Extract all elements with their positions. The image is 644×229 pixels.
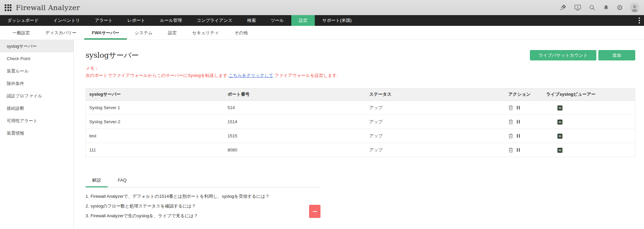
- collapse-help-button[interactable]: [309, 205, 320, 218]
- table-row: Syslog Server-2 1514 アップ 01: [86, 115, 635, 129]
- nav-item-inventory[interactable]: インベントリ: [46, 15, 88, 26]
- memo-note: メモ： 次のポートでファイアウォールからこのサーバーにSyslogを転送します.…: [86, 65, 635, 79]
- pause-icon[interactable]: [517, 106, 520, 109]
- subtab-security[interactable]: セキュリティ: [185, 26, 227, 40]
- table-header-row: syslogサーバー ポート番号 ステータス アクション ライブsyslogビュ…: [86, 88, 635, 101]
- faq-item-1[interactable]: 1. Firewall Analyzerで、デフォルトの1514番とは別ポートを…: [86, 193, 320, 199]
- cell-status: アップ: [366, 101, 505, 115]
- faq-item-3[interactable]: 3. Firewall Analyzerで生のsyslogを、ライブで見るには？: [86, 213, 320, 219]
- delete-trash-icon[interactable]: [508, 119, 513, 125]
- live-syslog-viewer-icon[interactable]: 01: [557, 120, 562, 125]
- help-tab-faq[interactable]: FAQ: [111, 173, 133, 187]
- subtab-settings[interactable]: 設定: [160, 26, 185, 40]
- click-here-link[interactable]: こちらをクリックして: [229, 73, 273, 78]
- getting-started-rocket-icon[interactable]: [559, 4, 567, 11]
- syslog-server-table: syslogサーバー ポート番号 ステータス アクション ライブsyslogビュ…: [86, 88, 635, 157]
- sidebar-item-device-info[interactable]: 装置情報: [0, 127, 73, 139]
- sidebar-item-availability-alert[interactable]: 可用性アラート: [0, 114, 73, 127]
- delete-trash-icon[interactable]: [508, 133, 513, 139]
- nav-item-dashboard[interactable]: ダッシュボード: [0, 15, 46, 26]
- minus-icon: [313, 211, 317, 212]
- cell-status: アップ: [366, 143, 505, 157]
- nav-item-search[interactable]: 検索: [240, 15, 263, 26]
- subtab-discovery[interactable]: ディスカバリー: [38, 26, 84, 40]
- page-title: syslogサーバー: [86, 50, 139, 60]
- cell-port: 1515: [224, 129, 366, 143]
- demo-video-icon[interactable]: [574, 4, 582, 11]
- add-button[interactable]: 追加: [598, 50, 635, 60]
- help-section: 解説 FAQ 1. Firewall Analyzerで、デフォルトの1514番…: [86, 173, 320, 219]
- table-row: 111 8080 アップ 01: [86, 143, 635, 157]
- subtab-general-settings[interactable]: 一般設定: [5, 26, 38, 40]
- sidebar-item-syslog-server[interactable]: syslogサーバー: [0, 40, 73, 52]
- cell-port: 1514: [224, 115, 366, 129]
- sidebar-item-check-point[interactable]: Check Point: [0, 52, 73, 65]
- sidebar-item-auth-profile[interactable]: 認証プロファイル: [0, 90, 73, 102]
- settings-gear-icon[interactable]: ⚙: [616, 4, 623, 11]
- live-syslog-viewer-icon[interactable]: 01: [557, 148, 562, 153]
- faq-item-2[interactable]: 2. syslogのフロー数と処理ステータスを確認するには？: [86, 203, 320, 209]
- sidebar-item-device-rule[interactable]: 装置ルール: [0, 65, 73, 77]
- table-row: Syslog Server 1 514 アップ 01: [86, 101, 635, 115]
- sidebar-item-exclude-criteria[interactable]: 除外条件: [0, 77, 73, 90]
- delete-trash-icon[interactable]: [508, 147, 513, 153]
- col-header-actions: アクション: [505, 88, 543, 101]
- col-header-syslog-server: syslogサーバー: [86, 88, 225, 101]
- nav-item-compliance[interactable]: コンプライアンス: [189, 15, 240, 26]
- cell-port: 8080: [224, 143, 366, 157]
- cell-status: アップ: [366, 129, 505, 143]
- main-nav: ダッシュボード インベントリ アラート レポート ルール管理 コンプライアンス …: [0, 15, 644, 26]
- sidebar-item-connection-diagnosis[interactable]: 接続診断: [0, 102, 73, 114]
- subtab-others[interactable]: その他: [227, 26, 255, 40]
- cell-port: 514: [224, 101, 366, 115]
- settings-subtabs: 一般設定 ディスカバリー FWAサーバー システム 設定 セキュリティ その他: [0, 26, 644, 40]
- col-header-status: ステータス: [366, 88, 505, 101]
- top-bar: Firewall Analyzer: [0, 0, 644, 15]
- topbar-actions: ⚙: [559, 3, 639, 12]
- pause-icon[interactable]: [517, 148, 520, 152]
- nav-item-alerts[interactable]: アラート: [88, 15, 120, 26]
- live-syslog-viewer-icon[interactable]: 01: [557, 105, 562, 110]
- settings-sidebar: syslogサーバー Check Point 装置ルール 除外条件 認証プロファ…: [0, 40, 74, 229]
- nav-item-reports[interactable]: レポート: [120, 15, 153, 26]
- nav-item-support[interactable]: サポート(米国): [315, 15, 359, 26]
- app-title: Firewall Analyzer: [16, 4, 80, 12]
- cell-server-name: test: [86, 129, 225, 143]
- nav-item-settings[interactable]: 設定: [291, 15, 315, 26]
- live-packet-count-button[interactable]: ライブパケットカウント: [530, 50, 596, 60]
- cell-server-name: 111: [86, 143, 225, 157]
- notifications-bell-icon[interactable]: [603, 4, 609, 11]
- nav-overflow-kebab-icon[interactable]: [637, 15, 641, 26]
- search-icon[interactable]: [589, 4, 596, 11]
- nav-item-tools[interactable]: ツール: [263, 15, 292, 26]
- live-syslog-viewer-icon[interactable]: 01: [557, 134, 562, 139]
- cell-server-name: Syslog Server 1: [86, 101, 225, 115]
- nav-item-rule-management[interactable]: ルール管理: [153, 15, 190, 26]
- subtab-fwa-server[interactable]: FWAサーバー: [84, 26, 127, 40]
- delete-trash-icon[interactable]: [508, 105, 513, 110]
- cell-status: アップ: [366, 115, 505, 129]
- pause-icon[interactable]: [517, 120, 520, 124]
- app-launcher-icon[interactable]: [5, 4, 11, 11]
- pause-icon[interactable]: [517, 134, 520, 138]
- memo-label: メモ：: [86, 65, 635, 72]
- col-header-live-syslog-viewer: ライブsyslogビューアー: [543, 88, 635, 101]
- subtab-system[interactable]: システム: [127, 26, 160, 40]
- main-content: syslogサーバー ライブパケットカウント 追加 メモ： 次のポートでファイア…: [74, 40, 644, 229]
- cell-server-name: Syslog Server-2: [86, 115, 225, 129]
- help-tab-explanation[interactable]: 解説: [86, 173, 108, 187]
- table-row: test 1515 アップ 01: [86, 129, 635, 143]
- memo-text: 次のポートでファイアウォールからこのサーバーにSyslogを転送します.こちらを…: [86, 72, 635, 79]
- col-header-port: ポート番号: [224, 88, 366, 101]
- user-avatar[interactable]: [630, 3, 639, 12]
- faq-list: 1. Firewall Analyzerで、デフォルトの1514番とは別ポートを…: [86, 193, 320, 219]
